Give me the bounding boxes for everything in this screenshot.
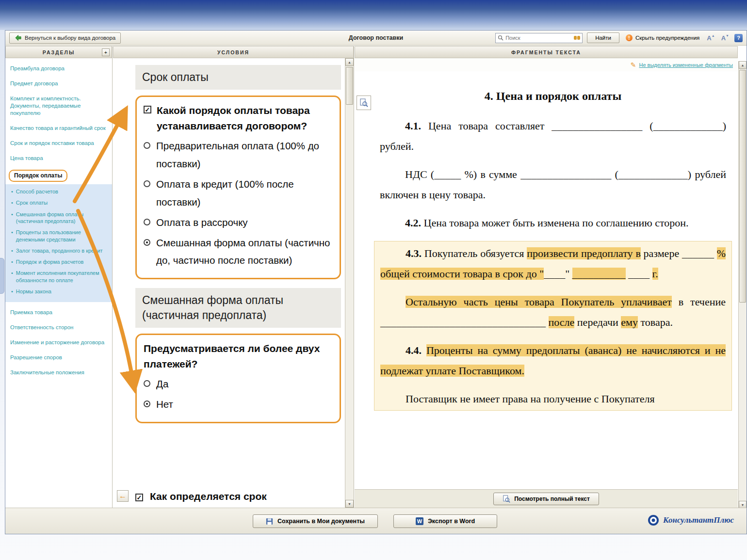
consultantplus-logo-icon [648, 514, 659, 526]
radio-option-label: Оплата в рассрочку [156, 214, 248, 232]
view-full-text-label: Посмотреть полный текст [514, 496, 590, 502]
sidebar-subsection-item[interactable]: •Залог товара, проданного в кредит [11, 247, 109, 254]
section-subitem-label: Способ расчетов [16, 188, 58, 195]
radio-option[interactable]: Оплата в кредит (100% после поставки) [144, 176, 333, 211]
question-text: Предусматривается ли более двух платежей… [144, 341, 333, 371]
marker-pencil-icon: ✎ [631, 61, 636, 69]
radio-icon[interactable] [144, 219, 150, 225]
sections-list: Преамбула договораПредмет договораКомпле… [5, 58, 112, 376]
radio-icon[interactable] [144, 142, 150, 149]
next-question-row: ← ✓ Как определяется срок [117, 489, 341, 504]
radio-option[interactable]: Оплата в рассрочку [144, 214, 333, 232]
radio-options-group: Предварительная оплата (100% до поставки… [144, 137, 333, 270]
sections-collapse-button[interactable]: + [102, 48, 110, 56]
scrollbar-thumb[interactable] [346, 67, 353, 105]
checkbox-checked-icon[interactable]: ✓ [135, 494, 143, 501]
bottom-action-bar: Сохранить в Мои документы W Экспорт в Wo… [5, 508, 747, 534]
text-fragment [422, 344, 426, 356]
advanced-search-icon[interactable] [574, 36, 580, 40]
sidebar-subsection-item[interactable]: •Момент исполнения покупателем обязаннос… [11, 270, 109, 284]
radio-option[interactable]: Нет [144, 396, 333, 414]
fragments-scrollbar[interactable]: ▲ ▼ [738, 61, 747, 509]
sidebar-section-item[interactable]: Преамбула договора [10, 65, 108, 72]
section-subitem-label: Порядок и форма расчетов [16, 258, 84, 265]
export-to-word-button[interactable]: W Экспорт в Word [393, 514, 497, 528]
search-input[interactable] [505, 35, 572, 41]
hide-warnings-button[interactable]: ! Скрыть предупреждения [624, 34, 701, 41]
font-increase-icon[interactable]: A▲ [706, 34, 715, 42]
sidebar-section-item[interactable]: Приемка товара [10, 309, 108, 316]
sidebar-collapse-handle[interactable] [0, 258, 4, 294]
toggle-changed-fragments-link[interactable]: Не выделять измененные фрагменты [639, 62, 733, 68]
back-to-contract-type-button[interactable]: Вернуться к выбору вида договора [9, 32, 121, 44]
sidebar-subsection-item[interactable]: •Срок оплаты [11, 199, 109, 206]
bullet-icon: • [11, 247, 13, 254]
scroll-up-icon[interactable]: ▲ [739, 61, 747, 69]
scroll-down-icon[interactable]: ▼ [345, 500, 354, 508]
radio-icon[interactable] [144, 180, 150, 187]
sidebar-item-active[interactable]: Порядок оплаты [9, 170, 67, 182]
document-paragraph: НДС (_____ %) в сумме _________________ … [380, 164, 726, 205]
scroll-up-icon[interactable]: ▲ [345, 58, 354, 66]
changed-fragment: г. [652, 268, 658, 280]
radio-icon[interactable] [144, 380, 150, 387]
back-arrow-icon [15, 34, 22, 41]
sidebar-section-item[interactable]: Комплект и комплектность. Документы, пер… [10, 95, 108, 117]
search-icon [498, 35, 503, 41]
changed-fragment: Проценты на сумму предоплаты (аванса) не… [380, 344, 726, 377]
radio-options-group: ДаНет [144, 375, 333, 414]
conditions-panel-title: УСЛОВИЯ [217, 49, 249, 55]
checkbox-checked-icon[interactable]: ✓ [144, 106, 151, 113]
sidebar-section-item[interactable]: Заключительные положения [10, 369, 108, 376]
sidebar-section-item[interactable]: Качество товара и гарантийный срок [10, 125, 108, 132]
search-box[interactable] [495, 33, 583, 43]
changed-fragment: ему [621, 316, 638, 328]
radio-option-label: Предварительная оплата (100% до поставки… [156, 137, 333, 173]
scrollbar-thumb[interactable] [739, 70, 746, 303]
active-section-children: •Способ расчетов•Срок оплаты•Смешанная ф… [5, 184, 112, 302]
radio-option-label: Смешанная форма оплаты (частично до, час… [156, 234, 333, 270]
sidebar-subsection-item[interactable]: •Нормы закона [11, 288, 109, 295]
changed-fragment: после [549, 316, 575, 328]
fragments-panel-title: ФРАГМЕНТЫ ТЕКСТА [511, 49, 581, 55]
help-icon[interactable]: ? [734, 34, 743, 42]
sidebar-subsection-item[interactable]: •Порядок и форма расчетов [11, 258, 109, 265]
radio-selected-icon[interactable] [144, 400, 150, 407]
font-decrease-icon[interactable]: A▼ [720, 34, 730, 42]
document-preview: 4. Цена и порядок оплаты 4.1. Цена товар… [355, 71, 738, 489]
text-fragment: 4.2. [405, 217, 421, 229]
toolbar: Вернуться к выбору вида договора Договор… [5, 31, 747, 46]
bullet-icon: • [11, 258, 13, 265]
find-button[interactable]: Найти [587, 32, 619, 43]
text-fragment: товара. [638, 316, 673, 328]
radio-option[interactable]: Смешанная форма оплаты (частично до, час… [144, 234, 333, 270]
sidebar-section-item[interactable]: Предмет договора [10, 80, 108, 87]
view-full-text-button[interactable]: Посмотреть полный текст [493, 493, 599, 505]
save-to-my-documents-button[interactable]: Сохранить в Мои документы [253, 514, 378, 528]
sidebar-section-item[interactable]: Срок и порядок поставки товара [10, 140, 108, 147]
previous-question-button[interactable]: ← [117, 490, 129, 502]
conditions-scrollbar[interactable]: ▲ ▼ [345, 58, 354, 508]
radio-selected-icon[interactable] [144, 239, 150, 246]
radio-option[interactable]: Предварительная оплата (100% до поставки… [144, 137, 333, 173]
section-subitem-label: Момент исполнения покупателем обязанност… [16, 270, 109, 284]
sidebar-section-item[interactable]: Изменение и расторжение договора [10, 339, 108, 346]
question-text: Какой порядок оплаты товара устанавливае… [157, 103, 333, 133]
document-paragraph: Остальную часть цены товара Покупатель у… [380, 292, 726, 333]
section-subitem-label: Срок оплаты [16, 199, 48, 206]
text-fragment: Покупатель обязуется [422, 247, 527, 259]
sidebar-subsection-item[interactable]: •Смешанная форма оплаты (частичная предо… [11, 211, 109, 225]
changed-fragment: __________ [572, 268, 626, 280]
condition-section-title-1: Срок оплаты [135, 65, 341, 90]
radio-option[interactable]: Да [144, 375, 333, 393]
sidebar-section-item[interactable]: Разрешение споров [10, 354, 108, 361]
sidebar-section-item[interactable]: Цена товара [10, 155, 108, 162]
sidebar-subsection-item[interactable]: •Способ расчетов [11, 188, 109, 195]
sidebar-section-item[interactable]: Ответственность сторон [10, 324, 108, 331]
sections-panel: РАЗДЕЛЫ + Преамбула договораПредмет дого… [5, 46, 113, 508]
bullet-icon: • [11, 229, 13, 243]
sidebar-subsection-item[interactable]: •Проценты за пользование денежными средс… [11, 229, 109, 243]
section-subitem-label: Залог товара, проданного в кредит [16, 247, 103, 254]
warning-icon: ! [626, 34, 633, 41]
contract-title: Договор поставки [349, 34, 403, 41]
